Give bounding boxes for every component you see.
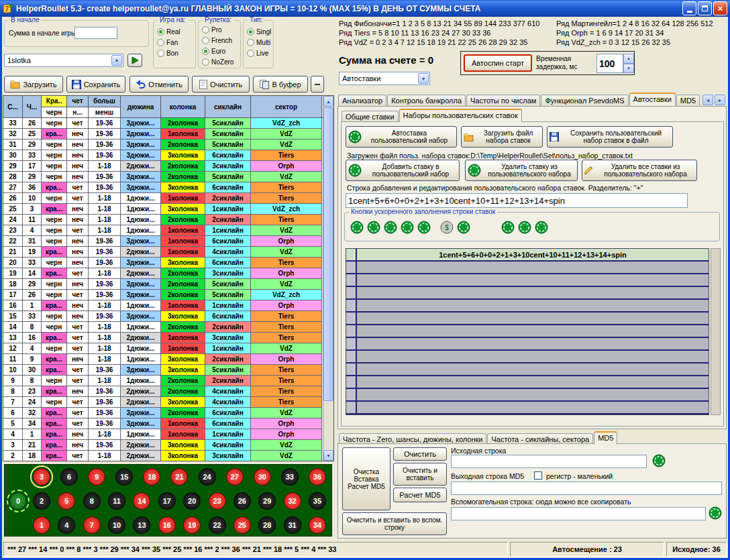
bet-string-input[interactable] xyxy=(346,193,688,208)
quick-chip-button-9[interactable] xyxy=(518,221,531,234)
board-number-11[interactable]: 11 xyxy=(108,492,125,510)
board-number-31[interactable]: 31 xyxy=(284,516,301,534)
board-number-23[interactable]: 23 xyxy=(209,492,226,510)
tab-md5[interactable]: MD5 xyxy=(676,95,700,106)
radio-euro[interactable]: Euro xyxy=(199,46,240,56)
radio-singl[interactable]: Singl xyxy=(244,26,273,37)
undo-button[interactable]: Отменить xyxy=(129,76,189,93)
board-number-30[interactable]: 30 xyxy=(254,468,271,486)
board-number-20[interactable]: 20 xyxy=(183,492,201,510)
board-number-7[interactable]: 7 xyxy=(83,516,101,534)
board-number-9[interactable]: 9 xyxy=(88,468,105,486)
board-number-36[interactable]: 36 xyxy=(309,468,326,486)
board-number-4[interactable]: 4 xyxy=(58,516,75,534)
bet-set-list[interactable]: 1cent+5+6+0+0+2+1+3+10cent+10+11+12+13+1… xyxy=(346,248,709,415)
quick-chip-button-1[interactable] xyxy=(350,221,364,234)
aux-string-input[interactable] xyxy=(451,507,706,520)
board-number-29[interactable]: 29 xyxy=(258,492,276,510)
board-number-2[interactable]: 2 xyxy=(33,492,50,510)
board-number-35[interactable]: 35 xyxy=(309,492,326,510)
tab-number-frequencies[interactable]: Частоты по числам xyxy=(466,95,540,106)
load-button[interactable]: Загрузить xyxy=(4,76,63,93)
radio-multi[interactable]: Multi xyxy=(244,37,273,48)
load-bet-set-file-button[interactable]: Загрузить файл набора ставок xyxy=(461,126,543,148)
tab-analyzer[interactable]: Анализатор xyxy=(338,95,386,106)
radio-live[interactable]: Live xyxy=(244,48,273,58)
chevron-down-icon[interactable]: ▼ xyxy=(111,55,122,66)
clear-paste-calc-md5-button[interactable]: Очистка Вставка Расчет MD5 xyxy=(342,447,390,510)
autospin-start-button[interactable]: Автоспин старт xyxy=(464,54,532,72)
board-number-19[interactable]: 19 xyxy=(183,516,201,534)
radio-pro[interactable]: Pro xyxy=(199,24,240,35)
radio-nozero[interactable]: NoZero xyxy=(199,56,240,67)
board-number-24[interactable]: 24 xyxy=(199,468,216,486)
source-chip-button[interactable] xyxy=(652,454,666,467)
md5-clear-paste-button[interactable]: Очистить и вставить xyxy=(393,463,447,486)
autobets-combobox[interactable]: Автоставки ▼ xyxy=(339,72,430,85)
quick-chip-button-10[interactable] xyxy=(535,221,548,234)
tab-bankroll-control[interactable]: Контроль банкролла xyxy=(387,95,466,106)
radio-french[interactable]: French xyxy=(199,35,240,46)
spin-down-icon[interactable]: ▼ xyxy=(623,64,634,74)
remove-all-bets-button[interactable]: Удалить все ставки из пользовательского … xyxy=(582,160,697,181)
tab-autobets[interactable]: Автоставки xyxy=(629,93,676,106)
to-clipboard-button[interactable]: В буфер xyxy=(253,76,308,93)
remove-bet-button[interactable]: Удалить ставку из пользовательского набо… xyxy=(465,160,578,181)
close-button[interactable]: × xyxy=(713,1,727,15)
source-string-input[interactable] xyxy=(451,455,647,468)
board-number-27[interactable]: 27 xyxy=(226,468,244,486)
board-number-18[interactable]: 18 xyxy=(143,468,160,486)
tab-md5-panel[interactable]: MD5 xyxy=(594,431,617,445)
scrollbar-thumb[interactable] xyxy=(323,107,333,401)
quick-chip-button-6[interactable]: $ xyxy=(440,221,454,234)
quick-chip-button-4[interactable] xyxy=(401,221,414,234)
start-sum-input[interactable] xyxy=(74,27,117,39)
lowercase-checkbox[interactable] xyxy=(534,471,542,480)
subtab-user-bet-sets[interactable]: Наборы пользовательских ставок xyxy=(399,109,522,122)
quick-chip-button-7[interactable] xyxy=(457,221,470,234)
board-number-10[interactable]: 10 xyxy=(108,516,125,534)
md5-calc-button[interactable]: Расчет MD5 xyxy=(393,488,447,502)
tabs-scroll-right-button[interactable]: ► xyxy=(715,95,725,105)
radio-real[interactable]: Real xyxy=(154,26,195,37)
quick-chip-button-5[interactable] xyxy=(417,221,431,234)
board-number-22[interactable]: 22 xyxy=(209,516,226,534)
tabs-scroll-left-button[interactable]: ◄ xyxy=(702,95,713,105)
add-bet-button[interactable]: Добавить ставку в пользовательский набор xyxy=(346,160,460,181)
subtab-common-bets[interactable]: Общие ставки xyxy=(342,111,399,122)
board-number-32[interactable]: 32 xyxy=(284,492,301,510)
autobet-user-set-button[interactable]: Автоставка пользовательский набор xyxy=(346,126,457,148)
scroll-up-icon[interactable]: ▲ xyxy=(323,96,333,107)
md5-clear-paste-aux-button[interactable]: Очистить и вставить во вспом. строку xyxy=(342,512,447,535)
board-number-34[interactable]: 34 xyxy=(309,516,326,534)
quick-chip-button-3[interactable] xyxy=(384,221,397,234)
spin-up-icon[interactable]: ▲ xyxy=(623,54,634,64)
board-number-25[interactable]: 25 xyxy=(233,516,251,534)
aux-chip-button[interactable] xyxy=(709,506,722,520)
board-number-8[interactable]: 8 xyxy=(83,492,101,510)
collapse-button[interactable] xyxy=(311,76,324,93)
board-number-26[interactable]: 26 xyxy=(233,492,251,510)
scroll-down-icon[interactable]: ▼ xyxy=(323,450,333,461)
maximize-button[interactable] xyxy=(698,1,712,15)
board-number-5[interactable]: 5 xyxy=(58,492,75,510)
radio-bon[interactable]: Bon xyxy=(154,48,195,58)
radio-fan[interactable]: Fan xyxy=(154,37,195,48)
play-button[interactable] xyxy=(127,54,142,67)
quick-chip-button-8[interactable] xyxy=(501,221,515,234)
bet-list-scrollbar[interactable] xyxy=(711,248,721,415)
board-number-16[interactable]: 16 xyxy=(158,516,176,534)
save-bet-set-file-button[interactable]: Сохранить пользовательский набор ставок … xyxy=(547,126,673,148)
tab-psevdoms[interactable]: Функционал PsevdoMS xyxy=(541,95,628,106)
board-number-28[interactable]: 28 xyxy=(258,516,276,534)
board-number-0[interactable]: 0 xyxy=(9,492,27,510)
chevron-down-icon[interactable]: ▼ xyxy=(418,73,429,84)
minimize-button[interactable] xyxy=(682,1,696,15)
board-number-14[interactable]: 14 xyxy=(133,492,150,510)
board-number-13[interactable]: 13 xyxy=(133,516,150,534)
delay-input[interactable] xyxy=(596,54,623,73)
board-number-15[interactable]: 15 xyxy=(115,468,133,486)
board-number-6[interactable]: 6 xyxy=(60,468,78,486)
board-number-21[interactable]: 21 xyxy=(170,468,188,486)
slot-combobox[interactable]: 1slotka ▼ xyxy=(4,54,123,67)
